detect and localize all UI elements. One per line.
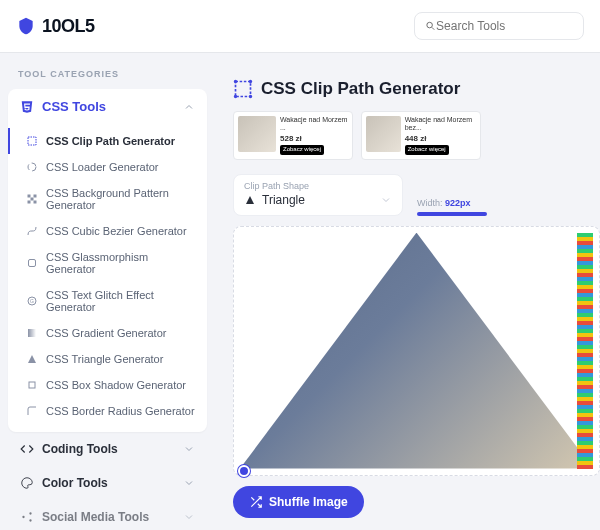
triangle-icon <box>244 194 256 206</box>
code-icon <box>20 442 34 456</box>
chevron-down-icon <box>183 443 195 455</box>
css-icon <box>20 100 34 114</box>
sidebar-item-pattern[interactable]: CSS Background Pattern Generator <box>8 180 207 218</box>
sidebar-item-label: CSS Border Radius Generator <box>46 405 195 417</box>
svg-rect-8 <box>34 201 37 204</box>
sidebar: TOOL CATEGORIES CSS Tools CSS Clip Path … <box>0 53 215 530</box>
category-label: Social Media Tools <box>42 510 149 524</box>
svg-rect-6 <box>31 198 34 201</box>
ad-price: 448 zł <box>405 134 476 144</box>
clip-path-icon <box>233 79 253 99</box>
svg-point-16 <box>29 519 31 521</box>
shuffle-button[interactable]: Shuffle Image <box>233 486 364 518</box>
sidebar-item-label: CSS Triangle Generator <box>46 353 163 365</box>
chevron-up-icon <box>183 101 195 113</box>
triangle-icon <box>26 353 38 365</box>
sidebar-item-label: CSS Glassmorphism Generator <box>46 251 195 275</box>
ad-title: Wakacje nad Morzem bez... <box>405 116 476 133</box>
svg-rect-17 <box>236 82 251 97</box>
drag-handle[interactable] <box>238 465 250 477</box>
svg-rect-9 <box>29 260 36 267</box>
sidebar-item-glass[interactable]: CSS Glassmorphism Generator <box>8 244 207 282</box>
svg-point-20 <box>234 95 237 98</box>
search-box[interactable] <box>414 12 584 40</box>
sidebar-title: TOOL CATEGORIES <box>8 63 207 85</box>
shuffle-label: Shuffle Image <box>269 495 348 509</box>
sidebar-item-label: CSS Box Shadow Generator <box>46 379 186 391</box>
layout: TOOL CATEGORIES CSS Tools CSS Clip Path … <box>0 53 600 530</box>
sidebar-item-loader[interactable]: CSS Loader Generator <box>8 154 207 180</box>
ad-cta[interactable]: Zobacz więcej <box>280 145 324 154</box>
sidebar-item-gradient[interactable]: CSS Gradient Generator <box>8 320 207 346</box>
category-css-tools[interactable]: CSS Tools <box>8 89 207 124</box>
sublist: CSS Clip Path Generator CSS Loader Gener… <box>8 124 207 432</box>
ads-row: Wakacje nad Morzem ... 528 zł Zobacz wię… <box>233 111 600 160</box>
chevron-down-icon <box>183 511 195 523</box>
ad-card[interactable]: Wakacje nad Morzem bez... 448 zł Zobacz … <box>361 111 481 160</box>
width-label: Width: <box>417 198 443 208</box>
glass-icon <box>26 257 38 269</box>
category-label: Color Tools <box>42 476 108 490</box>
ad-meta: Wakacje nad Morzem bez... 448 zł Zobacz … <box>405 116 476 155</box>
logo-text: 10OL5 <box>42 16 95 37</box>
svg-point-15 <box>29 512 31 514</box>
sidebar-item-radius[interactable]: CSS Border Radius Generator <box>8 398 207 424</box>
page-title: CSS Clip Path Generator <box>261 79 460 99</box>
shape-select[interactable]: Clip Path Shape Triangle <box>233 174 403 216</box>
sidebar-item-label: CSS Loader Generator <box>46 161 159 173</box>
gradient-icon <box>26 327 38 339</box>
search-input[interactable] <box>436 19 573 33</box>
sidebar-item-label: CSS Background Pattern Generator <box>46 187 195 211</box>
svg-point-3 <box>28 163 36 171</box>
sidebar-item-bezier[interactable]: CSS Cubic Bezier Generator <box>8 218 207 244</box>
svg-point-0 <box>427 22 433 28</box>
width-control[interactable]: Width: 922px <box>417 198 487 216</box>
ad-card[interactable]: Wakacje nad Morzem ... 528 zł Zobacz wię… <box>233 111 353 160</box>
loader-icon <box>26 161 38 173</box>
share-icon <box>20 510 34 524</box>
width-label-row: Width: 922px <box>417 198 487 208</box>
ad-thumb <box>238 116 276 152</box>
image-edge-stripe <box>577 233 593 469</box>
svg-line-1 <box>432 27 434 29</box>
clip-path-icon <box>26 135 38 147</box>
clip-triangle-shape <box>240 233 593 469</box>
category-card: CSS Tools CSS Clip Path Generator CSS Lo… <box>8 89 207 432</box>
pattern-icon <box>26 193 38 205</box>
shuffle-icon <box>249 495 263 509</box>
controls-row: Clip Path Shape Triangle Width: 922px <box>233 174 600 216</box>
category-coding-tools[interactable]: Coding Tools <box>8 432 207 466</box>
category-color-tools[interactable]: Color Tools <box>8 466 207 500</box>
category-social-tools[interactable]: Social Media Tools <box>8 500 207 530</box>
width-value: 922px <box>445 198 471 208</box>
category-label: CSS Tools <box>42 99 106 114</box>
logo[interactable]: 10OL5 <box>16 16 95 37</box>
clip-canvas[interactable] <box>233 226 600 476</box>
category-label: Coding Tools <box>42 442 118 456</box>
shadow-icon <box>26 379 38 391</box>
main-content: CSS Clip Path Generator Wakacje nad Morz… <box>215 53 600 530</box>
svg-rect-2 <box>28 137 36 145</box>
clip-preview <box>240 233 593 469</box>
radius-icon <box>26 405 38 417</box>
ad-meta: Wakacje nad Morzem ... 528 zł Zobacz wię… <box>280 116 348 155</box>
svg-rect-4 <box>28 195 31 198</box>
logo-icon <box>16 16 36 36</box>
bezier-icon <box>26 225 38 237</box>
page-title-row: CSS Clip Path Generator <box>233 79 600 99</box>
select-value: Triangle <box>262 193 305 207</box>
sidebar-item-glitch[interactable]: GCSS Text Glitch Effect Generator <box>8 282 207 320</box>
ad-cta[interactable]: Zobacz więcej <box>405 145 449 154</box>
svg-point-18 <box>234 80 237 83</box>
sidebar-item-label: CSS Text Glitch Effect Generator <box>46 289 195 313</box>
sidebar-item-clip-path[interactable]: CSS Clip Path Generator <box>8 128 207 154</box>
sidebar-item-label: CSS Clip Path Generator <box>46 135 175 147</box>
sidebar-item-triangle[interactable]: CSS Triangle Generator <box>8 346 207 372</box>
svg-point-21 <box>249 95 252 98</box>
sidebar-item-shadow[interactable]: CSS Box Shadow Generator <box>8 372 207 398</box>
ad-thumb <box>366 116 401 152</box>
width-slider[interactable] <box>417 212 487 216</box>
svg-rect-12 <box>28 329 36 337</box>
select-value-row: Triangle <box>244 193 392 207</box>
chevron-down-icon <box>183 477 195 489</box>
